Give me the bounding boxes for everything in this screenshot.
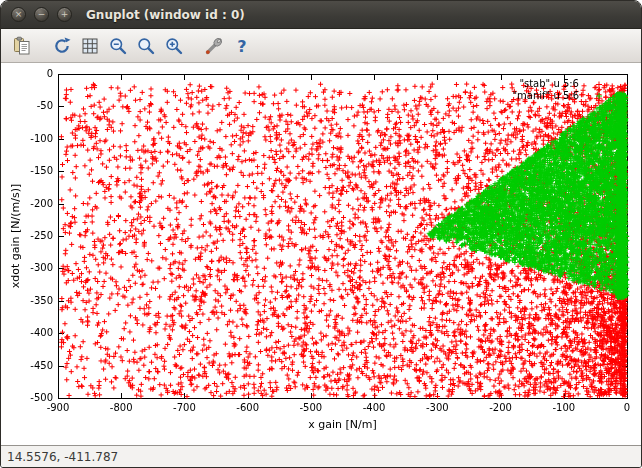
replot-button[interactable] xyxy=(49,33,75,59)
legend-entry-stab: "stab" u 5:6 xyxy=(513,78,580,90)
svg-text:?: ? xyxy=(237,36,246,55)
y-tick-label: -100 xyxy=(1,133,53,144)
y-axis-label: xdot gain [N/(m/s)] xyxy=(9,184,22,289)
x-tick-label: 0 xyxy=(607,402,642,413)
help-button[interactable]: ? xyxy=(229,33,255,59)
titlebar[interactable]: × − + Gnuplot (window id : 0) xyxy=(1,1,641,29)
zoom-next-button[interactable] xyxy=(161,33,187,59)
zoom-icon xyxy=(136,36,156,56)
minimize-icon: − xyxy=(38,10,46,19)
plot-panel: -900-800-700-600-500-400-300-200-1000 0-… xyxy=(1,63,641,445)
gnuplot-window: × − + Gnuplot (window id : 0) xyxy=(0,0,642,468)
maximize-icon: + xyxy=(61,10,69,19)
y-tick-label: -150 xyxy=(1,165,53,176)
x-tick-label: -600 xyxy=(228,402,268,413)
legend-entry-manif: "manif" u 5:6 xyxy=(513,90,580,102)
close-icon: × xyxy=(15,10,23,19)
x-tick-label: -700 xyxy=(164,402,204,413)
x-tick-label: -900 xyxy=(38,402,78,413)
y-tick-label: -450 xyxy=(1,360,53,371)
zoom-button[interactable] xyxy=(133,33,159,59)
y-tick-label: -500 xyxy=(1,392,53,403)
plot-canvas[interactable] xyxy=(1,63,642,445)
x-tick-label: -800 xyxy=(101,402,141,413)
y-tick-label: -350 xyxy=(1,295,53,306)
y-tick-label: -400 xyxy=(1,327,53,338)
x-tick-label: -300 xyxy=(417,402,457,413)
x-tick-label: -200 xyxy=(481,402,521,413)
close-button[interactable]: × xyxy=(11,7,26,22)
cursor-coordinates: 14.5576, -411.787 xyxy=(7,450,118,464)
help-icon: ? xyxy=(232,36,252,56)
x-tick-label: -400 xyxy=(354,402,394,413)
copy-icon xyxy=(12,36,32,56)
x-tick-label: -500 xyxy=(291,402,331,413)
plot-legend: "stab" u 5:6 "manif" u 5:6 xyxy=(513,78,580,101)
refresh-icon xyxy=(52,36,72,56)
y-tick-label: 0 xyxy=(1,68,53,79)
grid-button[interactable] xyxy=(77,33,103,59)
wrench-icon xyxy=(204,36,224,56)
zoom-in-icon xyxy=(164,36,184,56)
x-axis-label: x gain [N/m] xyxy=(58,418,627,431)
zoom-out-icon xyxy=(108,36,128,56)
window-title: Gnuplot (window id : 0) xyxy=(86,8,245,22)
maximize-button[interactable]: + xyxy=(57,7,72,22)
minimize-button[interactable]: − xyxy=(34,7,49,22)
y-tick-label: -50 xyxy=(1,100,53,111)
zoom-previous-button[interactable] xyxy=(105,33,131,59)
x-tick-label: -100 xyxy=(544,402,584,413)
configure-button[interactable] xyxy=(201,33,227,59)
toolbar: ? xyxy=(1,29,641,63)
grid-icon xyxy=(80,36,100,56)
copy-button[interactable] xyxy=(9,33,35,59)
status-bar: 14.5576, -411.787 xyxy=(1,445,641,467)
